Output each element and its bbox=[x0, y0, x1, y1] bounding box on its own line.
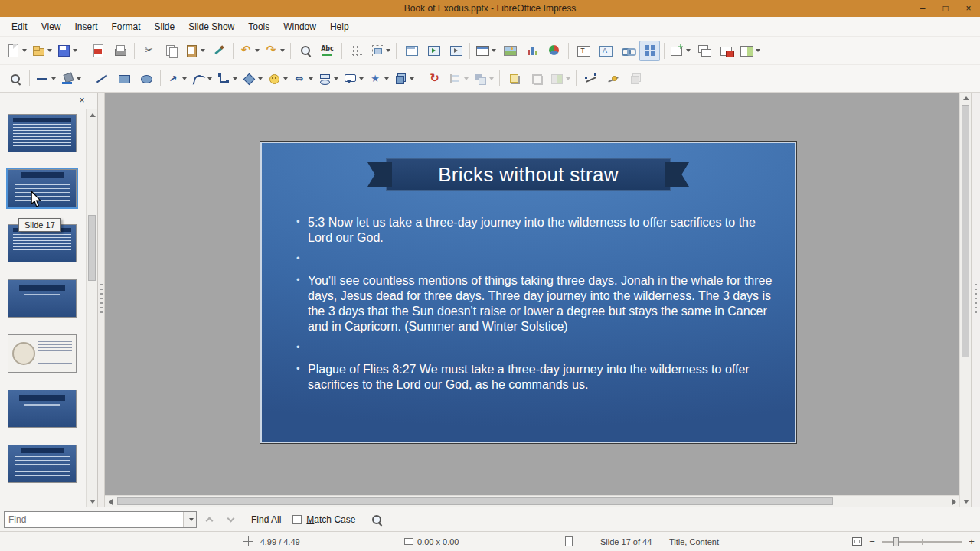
star-shapes-button[interactable] bbox=[367, 68, 390, 89]
sidebar-splitter[interactable] bbox=[971, 93, 980, 507]
display-views-button[interactable] bbox=[639, 41, 660, 61]
ellipse-button[interactable] bbox=[136, 68, 156, 89]
open-button[interactable] bbox=[30, 41, 54, 61]
close-button[interactable]: × bbox=[957, 0, 980, 17]
insert-image-button[interactable] bbox=[499, 41, 520, 61]
cut-button[interactable] bbox=[139, 41, 159, 61]
scroll-down-icon[interactable] bbox=[960, 496, 972, 507]
dropdown-arrow-icon[interactable] bbox=[464, 77, 469, 80]
slide-thumbnail-1[interactable] bbox=[8, 114, 77, 152]
find-replace-button[interactable] bbox=[295, 41, 315, 61]
dropdown-arrow-icon[interactable] bbox=[386, 49, 390, 52]
insert-fontwork-button[interactable] bbox=[595, 41, 616, 61]
rotate-button[interactable] bbox=[424, 68, 445, 89]
connectors-button[interactable] bbox=[215, 68, 239, 89]
export-pdf-button[interactable] bbox=[87, 41, 108, 61]
clone-formatting-button[interactable] bbox=[208, 41, 229, 61]
slide-canvas[interactable]: Bricks without straw 5:3 Now let us take… bbox=[105, 93, 959, 495]
menu-help[interactable]: Help bbox=[323, 18, 356, 35]
dropdown-arrow-icon[interactable] bbox=[489, 77, 494, 80]
dropdown-arrow-icon[interactable] bbox=[492, 49, 496, 52]
slide-content-placeholder[interactable]: 5:3 Now let us take a three-day journey … bbox=[296, 215, 773, 399]
dropdown-arrow-icon[interactable] bbox=[47, 49, 52, 52]
print-button[interactable] bbox=[109, 41, 130, 61]
slide-thumbnail-4[interactable] bbox=[8, 279, 77, 318]
block-arrows-button[interactable] bbox=[291, 68, 315, 89]
insert-table-button[interactable] bbox=[474, 41, 498, 61]
panel-scrollbar-thumb[interactable] bbox=[88, 215, 96, 281]
slide-title-banner[interactable]: Bricks without straw bbox=[386, 158, 671, 191]
dropdown-arrow-icon[interactable] bbox=[258, 77, 263, 80]
dropdown-arrow-icon[interactable] bbox=[201, 49, 205, 52]
slide-bullet[interactable] bbox=[296, 252, 773, 267]
shadow-button[interactable] bbox=[504, 68, 524, 89]
scroll-up-icon[interactable] bbox=[960, 93, 972, 103]
zoom-slider-thumb[interactable] bbox=[893, 537, 899, 546]
slide-panel-scrollbar[interactable] bbox=[86, 109, 97, 507]
slide-bullet[interactable]: Plague of Flies 8:27 We must take a thre… bbox=[296, 362, 773, 393]
dropdown-arrow-icon[interactable] bbox=[384, 77, 389, 80]
find-input[interactable] bbox=[5, 512, 183, 527]
delete-slide-button[interactable] bbox=[716, 41, 737, 61]
slide-thumbnail-2[interactable] bbox=[8, 169, 77, 207]
snap-guides-button[interactable] bbox=[368, 41, 392, 61]
slide-bullet[interactable] bbox=[296, 341, 773, 356]
vertical-scrollbar[interactable] bbox=[959, 93, 971, 507]
basic-shapes-button[interactable] bbox=[240, 68, 264, 89]
slide-thumbnail-7[interactable] bbox=[8, 445, 77, 483]
titlebar[interactable]: Book of Exodus.pptx - LibreOffice Impres… bbox=[0, 0, 980, 17]
menu-window[interactable]: Window bbox=[276, 18, 323, 35]
zoom-slider[interactable] bbox=[882, 536, 962, 547]
lines-arrows-button[interactable] bbox=[165, 68, 188, 89]
dropdown-arrow-icon[interactable] bbox=[280, 49, 285, 52]
menu-edit[interactable]: Edit bbox=[5, 18, 34, 35]
zoom-button[interactable] bbox=[5, 68, 25, 89]
slide-layout-button[interactable] bbox=[738, 41, 762, 61]
document-modified-field[interactable] bbox=[565, 532, 573, 551]
scroll-left-icon[interactable] bbox=[105, 496, 116, 507]
dropdown-arrow-icon[interactable] bbox=[51, 77, 56, 80]
find-combo-dropdown[interactable] bbox=[183, 512, 196, 527]
save-button[interactable] bbox=[55, 41, 79, 61]
start-current-slide-button[interactable] bbox=[445, 41, 466, 61]
paste-button[interactable] bbox=[183, 41, 207, 61]
undo-button[interactable] bbox=[237, 41, 261, 61]
find-next-button[interactable] bbox=[221, 511, 240, 528]
dropdown-arrow-icon[interactable] bbox=[334, 77, 338, 80]
find-previous-button[interactable] bbox=[200, 511, 218, 528]
dropdown-arrow-icon[interactable] bbox=[686, 49, 691, 52]
dropdown-arrow-icon[interactable] bbox=[182, 77, 187, 80]
dropdown-arrow-icon[interactable] bbox=[410, 77, 414, 80]
find-all-button[interactable]: Find All bbox=[244, 511, 288, 528]
symbol-shapes-button[interactable] bbox=[266, 68, 289, 89]
menu-slide[interactable]: Slide bbox=[148, 18, 182, 35]
menu-tools[interactable]: Tools bbox=[241, 18, 276, 35]
slide-number-field[interactable]: Slide 17 of 44 bbox=[600, 532, 652, 551]
dropdown-arrow-icon[interactable] bbox=[207, 77, 212, 80]
insert-text-box-button[interactable] bbox=[573, 41, 593, 61]
minimize-button[interactable]: – bbox=[911, 0, 934, 17]
slide-bullet[interactable]: You'll see countless mentions of things … bbox=[296, 273, 773, 334]
flowchart-button[interactable] bbox=[316, 68, 340, 89]
vertical-scrollbar-thumb[interactable] bbox=[962, 105, 969, 357]
horizontal-scrollbar-thumb[interactable] bbox=[117, 497, 833, 505]
dropdown-arrow-icon[interactable] bbox=[566, 77, 570, 80]
dropdown-arrow-icon[interactable] bbox=[359, 77, 364, 80]
zoom-out-button[interactable]: − bbox=[867, 536, 877, 547]
scroll-right-icon[interactable] bbox=[949, 496, 959, 507]
rectangle-button[interactable] bbox=[113, 68, 134, 89]
panel-splitter[interactable] bbox=[98, 93, 105, 507]
slide-thumbnail-6[interactable] bbox=[8, 390, 77, 428]
glue-points-button[interactable] bbox=[603, 68, 623, 89]
menu-insert[interactable]: Insert bbox=[67, 18, 104, 35]
scroll-up-icon[interactable] bbox=[87, 109, 98, 120]
menu-slide-show[interactable]: Slide Show bbox=[181, 18, 241, 35]
redo-button[interactable] bbox=[263, 41, 286, 61]
dropdown-arrow-icon[interactable] bbox=[77, 77, 81, 80]
slide-layout-field[interactable]: Title, Content bbox=[669, 532, 719, 551]
match-case-checkbox[interactable] bbox=[292, 515, 302, 524]
new-document-button[interactable] bbox=[5, 41, 28, 61]
fill-color-button[interactable] bbox=[59, 68, 83, 89]
line-style-button[interactable] bbox=[34, 68, 57, 89]
dropdown-arrow-icon[interactable] bbox=[73, 49, 77, 52]
